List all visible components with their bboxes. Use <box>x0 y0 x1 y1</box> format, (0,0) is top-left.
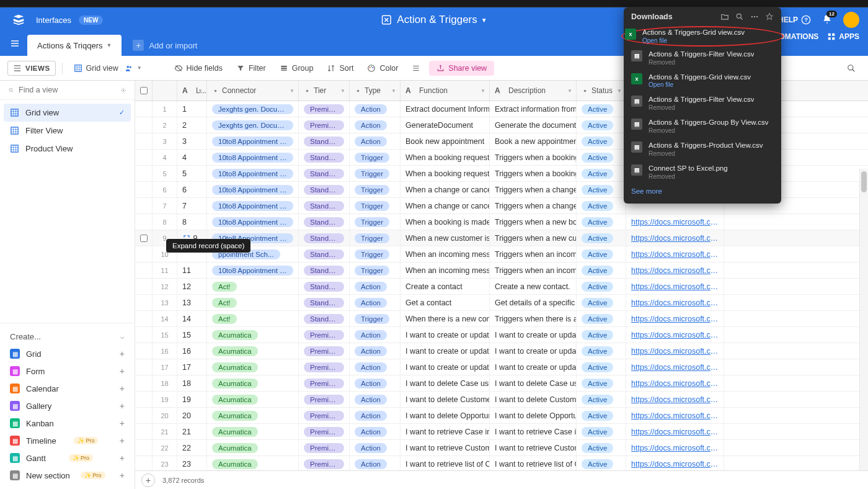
download-item[interactable]: x Actions & Triggers-Grid view.csv Open … <box>621 26 784 47</box>
column-header-tier[interactable]: Tier▼ <box>299 81 350 101</box>
cell-status[interactable]: Active <box>577 311 626 326</box>
table-row[interactable]: 15 15 Acumatica Premium Action I want to… <box>135 327 868 343</box>
plus-icon[interactable]: + <box>120 401 125 411</box>
cell-tier[interactable]: Premium <box>299 359 350 375</box>
doc-link[interactable]: https://docs.microsoft.com... <box>631 347 719 356</box>
cell-function[interactable]: When a booking request a... <box>401 150 490 165</box>
cell-description[interactable]: I want to delete Customer ... <box>490 392 577 407</box>
cell-description[interactable]: Create a new contact. <box>490 279 577 294</box>
create-item-timeline[interactable]: ▦Timeline✨ Pro+ <box>5 432 130 449</box>
row-checkbox-cell[interactable] <box>135 198 153 213</box>
cell-connector[interactable]: Acumatica <box>207 440 299 455</box>
cell-tier[interactable]: Premium <box>299 343 350 359</box>
cell-l[interactable]: 22 <box>177 440 207 455</box>
cell-status[interactable]: Active <box>577 424 626 439</box>
cell-description[interactable]: Triggers when a booking re... <box>490 166 577 181</box>
cell-l[interactable]: 20 <box>177 408 207 423</box>
cell-description[interactable]: Generate the document ba... <box>490 117 577 133</box>
cell-doc[interactable]: https://docs.microsoft.com... <box>626 424 724 439</box>
cell-function[interactable]: Book new appointment <box>401 133 490 149</box>
cell-description[interactable]: Triggers when a change or ... <box>490 182 577 197</box>
cell-description[interactable]: Triggers when a new booki... <box>490 214 577 230</box>
cell-description[interactable]: Triggers when a change or ... <box>490 198 577 213</box>
chevron-down-icon[interactable]: ▼ <box>290 88 294 94</box>
more-icon[interactable] <box>750 12 759 21</box>
cell-description[interactable]: Get details of a specific con... <box>490 295 577 310</box>
cell-l[interactable]: 2 <box>177 117 207 133</box>
create-item-grid[interactable]: ▦Grid+ <box>5 345 130 362</box>
download-item[interactable]: ▤ Connect SP to Excel.png Removed <box>624 161 781 184</box>
cell-tier[interactable]: Standard <box>299 230 350 246</box>
cell-type[interactable]: Action <box>350 359 401 375</box>
download-item[interactable]: x Actions & Triggers-Grid view.csv Open … <box>624 70 781 92</box>
cell-tier[interactable]: Premium <box>299 392 350 407</box>
cell-status[interactable]: Active <box>577 230 626 246</box>
tables-menu-button[interactable] <box>6 35 24 52</box>
cell-connector[interactable]: Act! <box>207 295 299 310</box>
doc-link[interactable]: https://docs.microsoft.com... <box>631 234 719 243</box>
doc-link[interactable]: https://docs.microsoft.com... <box>631 315 719 323</box>
row-checkbox-cell[interactable] <box>135 246 153 262</box>
doc-link[interactable]: https://docs.microsoft.com... <box>631 363 719 372</box>
cell-doc[interactable]: https://docs.microsoft.com... <box>626 327 724 343</box>
cell-status[interactable]: Active <box>577 279 626 294</box>
doc-link[interactable]: https://docs.microsoft.com... <box>631 282 719 291</box>
cell-description[interactable]: Extract information from a... <box>490 101 577 117</box>
cell-connector[interactable]: Act! <box>207 311 299 326</box>
cell-tier[interactable]: Standard <box>299 150 350 165</box>
cell-status[interactable]: Active <box>577 375 626 391</box>
download-subtitle[interactable]: Removed <box>649 104 754 111</box>
user-avatar[interactable] <box>843 12 859 28</box>
cell-tier[interactable]: Standard <box>299 279 350 294</box>
table-row[interactable]: 23 23 Acumatica Premium Action I want to… <box>135 456 868 470</box>
cell-tier[interactable]: Standard <box>299 198 350 213</box>
cell-connector[interactable]: Act! <box>207 279 299 294</box>
row-checkbox-cell[interactable] <box>135 424 153 439</box>
cell-doc[interactable]: https://docs.microsoft.com... <box>626 262 724 278</box>
cell-description[interactable]: Triggers when there is a ne... <box>490 311 577 326</box>
cell-l[interactable]: 1 <box>177 101 207 117</box>
download-item[interactable]: ▤ Actions & Triggers-Group By View.csv R… <box>624 115 781 138</box>
cell-tier[interactable]: Standard <box>299 133 350 149</box>
cell-status[interactable]: Active <box>577 166 626 181</box>
cell-connector[interactable]: Jexghts gen. Document ... <box>207 101 299 117</box>
cell-doc[interactable]: https://docs.microsoft.com... <box>626 279 724 294</box>
row-checkbox-cell[interactable] <box>135 214 153 230</box>
cell-description[interactable]: I want to create or update ... <box>490 359 577 375</box>
base-title[interactable]: Action & Triggers ▼ <box>381 14 487 26</box>
table-row[interactable]: 20 20 Acumatica Premium Action I want to… <box>135 408 868 424</box>
plus-icon[interactable]: + <box>120 366 125 376</box>
download-subtitle[interactable]: Removed <box>649 59 754 66</box>
cell-l[interactable]: 12 <box>177 279 207 294</box>
cell-doc[interactable]: https://docs.microsoft.com... <box>626 230 724 246</box>
scrollbar-thumb[interactable] <box>861 171 867 192</box>
cell-type[interactable]: Action <box>350 375 401 391</box>
table-row[interactable]: 12 12 Act! Standard Action Create a cont… <box>135 279 868 295</box>
cell-description[interactable]: I want to retrieve list of Cas... <box>490 456 577 470</box>
cell-l[interactable]: 6 <box>177 182 207 197</box>
plus-icon[interactable]: + <box>120 470 125 480</box>
cell-status[interactable]: Active <box>577 359 626 375</box>
cell-connector[interactable]: Acumatica <box>207 343 299 359</box>
cell-tier[interactable]: Premium <box>299 424 350 439</box>
doc-link[interactable]: https://docs.microsoft.com... <box>631 266 719 275</box>
cell-status[interactable]: Active <box>577 327 626 343</box>
cell-type[interactable]: Trigger <box>350 198 401 213</box>
cell-doc[interactable]: https://docs.microsoft.com... <box>626 295 724 310</box>
notifications-button[interactable]: 12 <box>822 14 832 26</box>
cell-l[interactable]: 4 <box>177 150 207 165</box>
share-view-button[interactable]: Share view <box>429 61 494 76</box>
cell-status[interactable]: Active <box>577 117 626 133</box>
cell-connector[interactable]: 10to8 Appointment Sch... <box>207 198 299 213</box>
cell-type[interactable]: Action <box>350 440 401 455</box>
row-checkbox-cell[interactable] <box>135 295 153 310</box>
cell-l[interactable]: 7 <box>177 198 207 213</box>
cell-doc[interactable]: https://docs.microsoft.com... <box>626 456 724 470</box>
doc-link[interactable]: https://docs.microsoft.com... <box>631 379 719 388</box>
search-icon[interactable] <box>735 12 744 21</box>
cell-type[interactable]: Action <box>350 392 401 407</box>
cell-type[interactable]: Action <box>350 424 401 439</box>
cell-doc[interactable]: https://docs.microsoft.com... <box>626 343 724 359</box>
row-checkbox-cell[interactable] <box>135 101 153 117</box>
add-row-button[interactable]: + <box>141 473 155 487</box>
